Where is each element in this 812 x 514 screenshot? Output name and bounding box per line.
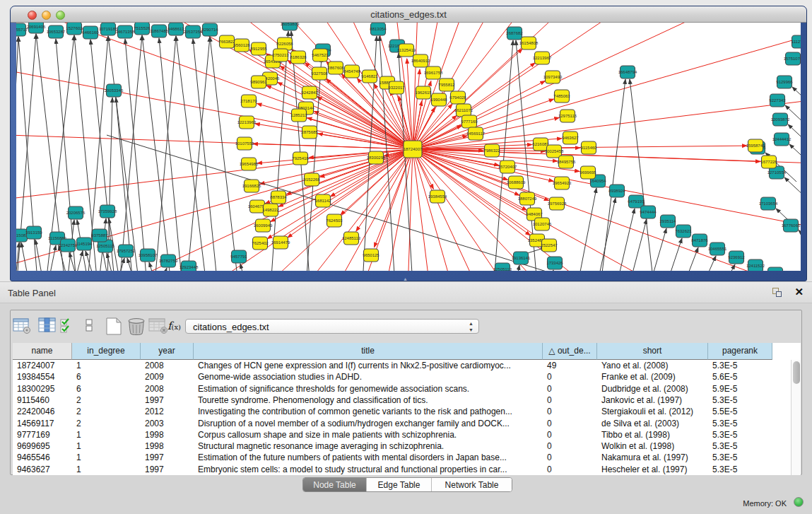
cell-short[interactable]: Wolkin et al. (1998) [597,440,708,452]
cell-out_de[interactable]: 0 [543,383,597,395]
cell-name[interactable]: 19384554 [13,371,72,382]
delete-table-icon[interactable] [148,317,170,334]
cell-short[interactable]: Stergiakouli et al. (2012) [597,406,708,417]
cell-in_degree[interactable]: 1 [72,440,141,452]
cell-short[interactable]: Jankovic et al. (1997) [597,395,708,406]
cell-name[interactable]: 9465546 [13,452,72,463]
cell-name[interactable]: 18300295 [13,383,72,395]
column-header-in_degree[interactable]: in_degree [72,343,141,360]
cell-short[interactable]: Hescheler et al. (1997) [597,464,708,475]
cell-title[interactable]: Disruption of a novel member of a sodium… [194,418,543,429]
cell-pagerank[interactable]: 5.3E-5 [708,418,772,429]
column-header-pagerank[interactable]: pagerank [708,343,772,360]
node-label: 9236912 [728,255,745,259]
cell-title[interactable]: Changes of HCN gene expression and I(f) … [194,360,543,371]
cell-in_degree[interactable]: 1 [72,429,141,440]
cell-short[interactable]: de Silva et al. (2003) [597,418,708,429]
cell-title[interactable]: Embryonic stem cells: a model to study s… [194,464,543,475]
cell-pagerank[interactable]: 5.3E-5 [708,360,772,371]
cell-year[interactable]: 2009 [141,371,194,382]
insert-column-icon[interactable] [38,317,58,334]
float-panel-icon[interactable] [772,288,782,298]
cell-out_de[interactable]: 0 [543,371,597,382]
cell-year[interactable]: 1997 [141,464,194,475]
column-header-title[interactable]: title [194,343,543,360]
cell-name[interactable]: 9115460 [13,395,72,406]
column-header-short[interactable]: short [597,343,708,360]
cell-in_degree[interactable]: 2 [72,395,141,406]
memory-ok-indicator[interactable] [794,497,804,507]
cell-name[interactable]: 9699695 [13,440,72,452]
cell-title[interactable]: Tourette syndrome. Phenomenology and cla… [194,395,543,406]
cell-in_degree[interactable]: 2 [72,418,141,429]
cell-title[interactable]: Genome-wide association studies in ADHD. [194,371,543,382]
cell-in_degree[interactable]: 6 [72,383,141,395]
black-edge [545,270,553,271]
cell-out_de[interactable]: 0 [543,464,597,475]
table-settings-icon[interactable] [13,317,33,334]
new-table-icon[interactable] [105,317,123,336]
tab-edge-table[interactable]: Edge Table [367,478,432,491]
select-checks-icon[interactable] [59,317,78,334]
tab-node-table[interactable]: Node Table [303,478,367,491]
cell-year[interactable]: 2008 [141,360,194,371]
cell-pagerank[interactable]: 5.9E-5 [708,383,772,395]
cell-short[interactable]: Yano et al. (2008) [597,360,708,371]
cell-name[interactable]: 14569117 [13,418,72,429]
cell-short[interactable]: Nakamura et al. (1997) [597,452,708,463]
cell-title[interactable]: Estimation of significance thresholds fo… [194,383,543,395]
cell-out_de[interactable]: 0 [543,440,597,452]
table-select-dropdown[interactable]: citations_edges.txt ▲▼ [185,319,479,334]
cell-in_degree[interactable]: 1 [72,452,141,463]
cell-short[interactable]: Tibbo et al. (1998) [597,429,708,440]
cell-title[interactable]: Corpus callosum shape and size in male p… [194,429,543,440]
cell-short[interactable]: Franke et al. (2009) [597,371,708,382]
cell-out_de[interactable]: 0 [543,429,597,440]
cell-in_degree[interactable]: 6 [72,371,141,382]
cell-in_degree[interactable]: 1 [72,360,141,371]
table-scrollbar[interactable] [791,360,801,475]
cell-name[interactable]: 9463627 [13,464,72,475]
cell-title[interactable]: Structural magnetic resonance image aver… [194,440,543,452]
cell-year[interactable]: 2012 [141,406,194,417]
cell-pagerank[interactable]: 5.3E-5 [708,429,772,440]
cell-in_degree[interactable]: 1 [72,464,141,475]
cell-year[interactable]: 2003 [141,418,194,429]
cell-year[interactable]: 1998 [141,440,194,452]
cell-pagerank[interactable]: 5.3E-5 [708,464,772,475]
function-builder-icon[interactable]: f(x) [167,319,181,332]
cell-out_de[interactable]: 49 [543,360,597,371]
scrollbar-thumb[interactable] [793,361,800,384]
cell-pagerank[interactable]: 5.3E-5 [708,452,772,463]
cell-title[interactable]: Estimation of the future numbers of pati… [194,452,543,463]
cell-out_de[interactable]: 0 [543,418,597,429]
panel-grip-icon[interactable]: ▲ [403,276,408,281]
cell-year[interactable]: 1998 [141,429,194,440]
column-header-name[interactable]: name [13,343,72,360]
column-header-out_de[interactable]: △ out_de... [543,343,597,360]
close-panel-icon[interactable]: ✕ [794,286,804,298]
cell-out_de[interactable]: 0 [543,406,597,417]
cell-out_de[interactable]: 0 [543,395,597,406]
cell-name[interactable]: 22420046 [13,406,72,417]
cell-pagerank[interactable]: 5.3E-5 [708,395,772,406]
cell-year[interactable]: 2008 [141,383,194,395]
cell-out_de[interactable]: 0 [543,452,597,463]
graph-node[interactable] [768,267,783,271]
cell-name[interactable]: 9777169 [13,429,72,440]
rows-icon[interactable] [84,317,95,334]
cell-title[interactable]: Investigating the contribution of common… [194,406,543,417]
network-view[interactable]: 1405571720691406106532871527602646616010… [16,23,801,271]
trash-icon[interactable] [127,317,147,336]
cell-year[interactable]: 1997 [141,395,194,406]
cell-in_degree[interactable]: 2 [72,406,141,417]
cell-pagerank[interactable]: 5.5E-5 [708,406,772,417]
tab-network-table[interactable]: Network Table [432,478,512,491]
window-titlebar[interactable]: citations_edges.txt [11,6,806,23]
cell-year[interactable]: 1997 [141,452,194,463]
column-header-year[interactable]: year [141,343,194,360]
cell-pagerank[interactable]: 5.3E-5 [708,440,772,452]
cell-pagerank[interactable]: 5.6E-5 [708,371,772,382]
cell-name[interactable]: 18724007 [13,360,72,371]
cell-short[interactable]: Dudbridge et al. (2008) [597,383,708,395]
